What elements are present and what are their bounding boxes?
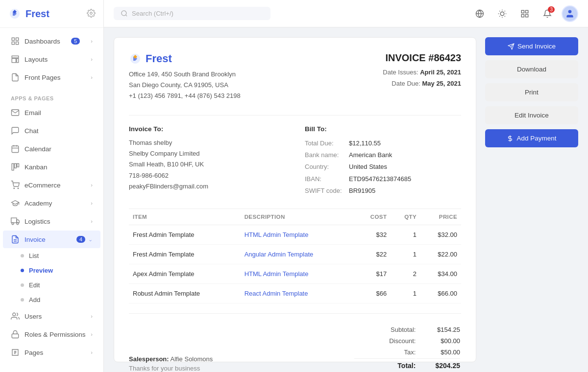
- search-box[interactable]: Search (Ctrl+/): [114, 7, 270, 20]
- sidebar-item-pages[interactable]: Pages ›: [3, 344, 100, 361]
- chevron-right-icon: ›: [91, 218, 93, 224]
- print-button[interactable]: Print: [485, 83, 578, 101]
- sidebar-item-front-pages[interactable]: Front Pages ›: [3, 69, 100, 86]
- svg-rect-12: [12, 163, 14, 170]
- sidebar-sub-item-label: Add: [29, 296, 40, 303]
- svg-point-25: [122, 11, 126, 16]
- dot-icon: [21, 298, 24, 302]
- svg-point-16: [18, 188, 19, 189]
- company-name: Frest: [146, 52, 172, 65]
- dollar-icon: [507, 135, 514, 142]
- sidebar-item-chat[interactable]: Chat: [3, 122, 100, 140]
- sidebar-sub-item-edit[interactable]: Edit: [3, 278, 100, 292]
- invoice-footer: Salesperson: Alfie Solomons Thanks for y…: [129, 324, 461, 372]
- svg-line-32: [499, 11, 500, 11]
- svg-rect-24: [12, 334, 19, 338]
- sidebar-badge-invoice: 4: [76, 236, 85, 243]
- svg-line-37: [505, 11, 505, 11]
- sidebar-item-logistics[interactable]: Logistics ›: [3, 212, 100, 230]
- sidebar-item-academy[interactable]: Academy ›: [3, 194, 100, 212]
- dot-icon: [21, 269, 24, 272]
- totals-table: Subtotal: $154.25 Discount: $00.00 Tax: …: [353, 324, 461, 372]
- theme-icon[interactable]: [494, 5, 511, 22]
- chevron-right-icon: ›: [91, 182, 93, 188]
- sidebar-item-invoice[interactable]: Invoice 4 ⌄: [3, 231, 100, 248]
- svg-rect-38: [521, 10, 524, 13]
- send-invoice-button[interactable]: Send Invoice: [485, 37, 578, 55]
- svg-rect-8: [12, 146, 19, 153]
- svg-line-33: [505, 16, 505, 16]
- svg-point-15: [14, 188, 15, 189]
- topbar: Search (Ctrl+/) 3: [104, 0, 588, 27]
- svg-rect-7: [17, 59, 19, 63]
- sidebar-item-users[interactable]: Users ›: [3, 307, 100, 325]
- chevron-right-icon: ›: [91, 200, 93, 206]
- svg-line-26: [125, 15, 127, 16]
- sidebar-item-label: Kanban: [24, 163, 48, 171]
- chevron-right-icon: ›: [91, 349, 93, 355]
- dot-icon: [21, 283, 24, 287]
- svg-point-20: [17, 223, 19, 225]
- add-payment-button[interactable]: Add Payment: [485, 129, 578, 147]
- invoice-to-section: Invoice To: Thomas shelby Shelby Company…: [129, 125, 285, 196]
- invoice-dates: Date Issues: April 25, 2021 Date Due: Ma…: [383, 67, 461, 90]
- svg-rect-5: [12, 56, 19, 58]
- svg-rect-2: [16, 38, 19, 40]
- svg-rect-4: [16, 42, 19, 45]
- download-button[interactable]: Download: [485, 60, 578, 78]
- chevron-right-icon: ›: [91, 38, 93, 44]
- avatar[interactable]: [562, 5, 578, 22]
- settings-icon[interactable]: [87, 9, 96, 19]
- globe-icon[interactable]: [471, 5, 488, 22]
- svg-point-19: [12, 223, 14, 225]
- sidebar-item-ecommerce[interactable]: eCommerce ›: [3, 176, 100, 194]
- svg-rect-1: [12, 38, 14, 40]
- col-qty: QTY: [391, 209, 420, 225]
- svg-point-0: [90, 12, 93, 14]
- notifications-icon[interactable]: 3: [539, 5, 556, 22]
- sidebar-item-kanban[interactable]: Kanban: [3, 158, 100, 176]
- chevron-down-icon: ⌄: [88, 236, 93, 243]
- svg-rect-17: [11, 218, 17, 223]
- app-logo: Frest: [0, 0, 103, 28]
- table-row: Frest Admin Template Angular Admin Templ…: [129, 244, 461, 264]
- search-placeholder: Search (Ctrl+/): [132, 10, 173, 17]
- svg-rect-40: [521, 14, 524, 17]
- sidebar-sub-item-label: Preview: [29, 267, 53, 274]
- sidebar-item-layouts[interactable]: Layouts ›: [3, 50, 100, 68]
- sidebar-item-calendar[interactable]: Calendar: [3, 140, 100, 158]
- sidebar-item-email[interactable]: Email: [3, 104, 100, 121]
- sidebar-item-label: Front Pages: [24, 74, 61, 81]
- sidebar-sub-item-label: Edit: [29, 281, 40, 289]
- table-row: Frest Admin Template HTML Admin Template…: [129, 225, 461, 244]
- col-item: ITEM: [129, 209, 241, 225]
- sidebar-item-roles-permissions[interactable]: Roles & Permissions ›: [3, 326, 100, 343]
- svg-rect-3: [12, 42, 14, 45]
- sidebar-item-label: Chat: [24, 127, 39, 135]
- sidebar-item-dashboards[interactable]: Dashboards 5 ›: [3, 32, 100, 50]
- sidebar-item-label: Academy: [24, 200, 52, 207]
- col-description: DESCRIPTION: [241, 209, 355, 225]
- svg-point-23: [13, 313, 16, 316]
- sidebar-sub-item-list[interactable]: List: [3, 249, 100, 263]
- action-panel: Send Invoice Download Print Edit Invoice…: [485, 37, 578, 362]
- sidebar-sub-item-add[interactable]: Add: [3, 293, 100, 307]
- chevron-right-icon: ›: [91, 313, 93, 319]
- dot-icon: [21, 254, 24, 257]
- svg-rect-14: [17, 163, 19, 167]
- invoice-card: Frest Office 149, 450 South Brand Brookl…: [114, 37, 476, 362]
- edit-invoice-button[interactable]: Edit Invoice: [485, 106, 578, 124]
- chevron-right-icon: ›: [91, 74, 93, 80]
- invoice-table: ITEM DESCRIPTION COST QTY PRICE Frest Ad…: [129, 209, 461, 303]
- sidebar-item-label: Calendar: [24, 145, 51, 153]
- chevron-right-icon: ›: [91, 331, 93, 337]
- sidebar-item-label: Users: [24, 313, 42, 320]
- table-row: Apex Admin Template HTML Admin Template …: [129, 264, 461, 283]
- sidebar-item-label: Logistics: [24, 218, 50, 225]
- grid-icon[interactable]: [516, 5, 533, 22]
- sidebar-item-label: Email: [24, 109, 41, 116]
- sidebar-item-label: eCommerce: [24, 182, 61, 189]
- svg-point-29: [500, 12, 504, 16]
- sidebar-sub-item-preview[interactable]: Preview: [3, 263, 100, 278]
- table-row: Robust Admin Template React Admin Templa…: [129, 283, 461, 303]
